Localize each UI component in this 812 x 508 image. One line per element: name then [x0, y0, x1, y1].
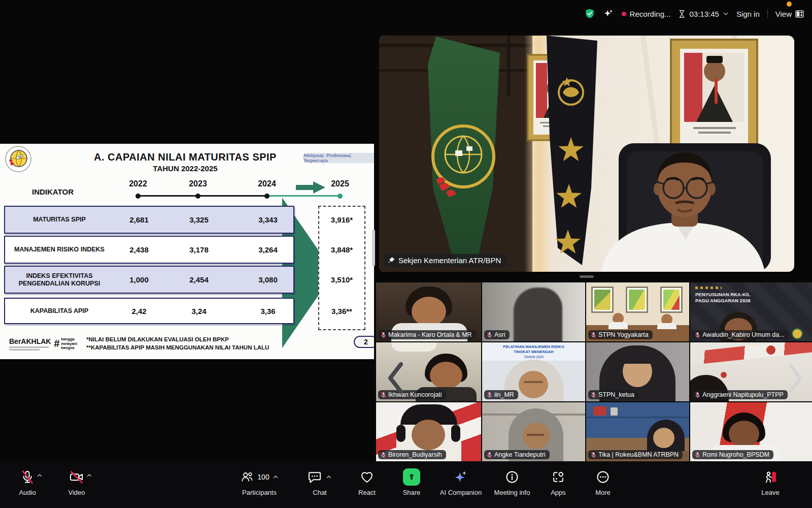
cell-value: 3,343	[243, 207, 293, 233]
participant-name: Asri	[494, 331, 505, 338]
row-label: INDEKS EFEKTIVITAS PENGENDALIAN KORUPSI	[7, 267, 112, 293]
recording-indicator[interactable]: Recording...	[622, 10, 671, 18]
meeting-info-label: Meeting info	[494, 489, 530, 496]
table-row: MATURITAS SPIP 2,681 3,325 3,343	[4, 206, 294, 234]
muted-mic-icon	[695, 392, 700, 398]
react-button[interactable]: React	[347, 467, 387, 496]
participant-name-tag: Romi Nugroho_BPSDM	[692, 450, 773, 459]
participant-name: Awaludin_Kabiro Umum da...	[702, 331, 785, 338]
muted-mic-icon	[695, 332, 700, 338]
participants-button[interactable]: 100 Participants	[231, 467, 288, 496]
muted-mic-icon	[381, 332, 386, 338]
leave-label: Leave	[761, 489, 779, 496]
muted-mic-icon	[695, 452, 700, 458]
participants-options-chevron[interactable]	[273, 474, 279, 480]
participant-name-tag: Makarima - Karo Ortala & MR	[378, 330, 476, 339]
view-button[interactable]: View	[775, 10, 804, 18]
share-button[interactable]: Share	[391, 467, 432, 496]
participant-tile[interactable]: Biroren_Budiyarsih	[376, 402, 481, 461]
participants-icon	[240, 470, 254, 484]
year-header-2022: 2022	[120, 179, 156, 188]
gallery-view-icon	[795, 10, 804, 18]
security-shield-icon[interactable]	[584, 8, 595, 20]
participant-name: STPN_ketua	[598, 391, 634, 398]
berakhlak-subtext	[9, 346, 49, 348]
muted-mic-icon	[591, 332, 596, 338]
active-speaker-video[interactable]: Sekjen Kementerian ATR/BPN	[379, 36, 794, 272]
chevron-down-icon	[723, 11, 729, 17]
video-options-chevron[interactable]	[86, 472, 92, 479]
apps-label: Apps	[551, 489, 566, 496]
participant-tile[interactable]: PELATIHAN MANAJEMEN RISIKO TINGKAT MENEN…	[482, 342, 585, 401]
table-header-indikator: INDIKATOR	[14, 187, 91, 196]
audio-button[interactable]: Audio	[6, 467, 49, 496]
sign-in-button[interactable]: Sign in	[736, 10, 760, 18]
ai-companion-label: AI Companion	[440, 489, 482, 496]
participant-name: Tika | Rokeu&BMN ATRBPN	[598, 451, 679, 458]
participant-tile[interactable]: STPN_ketua	[586, 342, 689, 401]
speaker-name-tag: Sekjen Kementerian ATR/BPN	[384, 254, 506, 267]
chat-button[interactable]: Chat	[297, 467, 343, 496]
participant-tile[interactable]: Tika | Rokeu&BMN ATRBPN	[586, 402, 689, 461]
titlebar-divider	[767, 9, 768, 18]
participant-name: Romi Nugroho_BPSDM	[702, 451, 769, 458]
vice-president-portrait	[671, 40, 757, 155]
timeline-dot-2022	[136, 194, 141, 199]
berakhlak-logo: BerAKHLAK	[9, 337, 51, 345]
atrbpn-logo	[5, 146, 31, 172]
meeting-toolbar: Audio Video 100	[0, 461, 812, 508]
cell-value: 1,000	[114, 267, 164, 293]
apps-button[interactable]: Apps	[538, 467, 579, 496]
meeting-info-button[interactable]: Meeting info	[482, 467, 543, 496]
muted-mic-icon	[591, 452, 596, 458]
gallery-prev-arrow[interactable]	[387, 362, 405, 394]
target-value: 3,916*	[319, 215, 364, 224]
chat-icon	[308, 470, 322, 484]
video-button[interactable]: Video	[55, 467, 98, 496]
header-arrow-icon	[296, 181, 325, 194]
participant-tile[interactable]: STPN Yogyakarta	[586, 282, 689, 341]
tile-overlay-title: PELATIHAN MANAJEMEN RISIKO	[503, 344, 564, 349]
ai-companion-icon	[453, 469, 468, 485]
leave-button[interactable]: Leave	[750, 467, 791, 496]
participant-tile[interactable]: Romi Nugroho_BPSDM	[690, 402, 812, 461]
hash-icon: #	[54, 338, 59, 350]
footnote-1: *NILAI BELUM DILAKUKAN EVALUASI OLEH BPK…	[86, 336, 229, 342]
more-label: More	[595, 489, 611, 496]
participant-tile[interactable]: Asri	[482, 282, 585, 341]
participant-name: STPN Yogyakarta	[598, 331, 649, 338]
slide-title: A. CAPAIAN NILAI MATURITAS SPIP	[66, 151, 304, 163]
ai-companion-status-icon[interactable]	[603, 8, 614, 19]
more-button[interactable]: More	[583, 467, 623, 496]
bangga-word: bangsa	[61, 345, 74, 350]
recording-label: Recording...	[630, 10, 671, 18]
cell-value: 3,264	[243, 237, 293, 263]
info-icon	[505, 470, 519, 484]
participant-name: Anggraeni Napitupulu_PTPP	[702, 391, 784, 398]
participant-tile[interactable]: Makarima - Karo Ortala & MR	[376, 282, 481, 341]
apps-icon	[551, 470, 565, 484]
audio-options-chevron[interactable]	[37, 472, 43, 479]
cell-value: 3,36	[243, 299, 293, 323]
hourglass-icon	[678, 10, 686, 18]
chat-options-chevron[interactable]	[326, 474, 332, 480]
participant-tile[interactable]: PENYUSUNAN RKA-K/L PAGU ANGGARAN 2026 Aw…	[690, 282, 812, 341]
cell-value: 3,080	[243, 267, 293, 293]
year-header-2023: 2023	[180, 179, 216, 188]
participants-label: Participants	[242, 489, 277, 496]
year-header-2025: 2025	[322, 179, 358, 188]
gallery-next-arrow[interactable]	[788, 364, 803, 393]
meeting-timer[interactable]: 03:13:45	[678, 10, 728, 18]
timer-value: 03:13:45	[689, 10, 719, 18]
shared-screen-slide: A. CAPAIAN NILAI MATURITAS SPIP TAHUN 20…	[0, 144, 374, 359]
video-drag-handle[interactable]	[580, 275, 594, 278]
cell-value: 2,454	[174, 267, 224, 293]
participant-name: Makarima - Karo Ortala & MR	[388, 331, 472, 338]
berakhlak-subtext	[9, 349, 40, 351]
participant-name-tag: STPN Yogyakarta	[588, 330, 653, 339]
participant-name-tag: Tika | Rokeu&BMN ATRBPN	[588, 450, 683, 459]
panel-divider-grip[interactable]	[372, 230, 375, 266]
participant-tile[interactable]: Angke Tiandeputri	[482, 402, 585, 461]
cell-value: 3,24	[174, 299, 224, 323]
muted-mic-icon	[381, 392, 386, 398]
